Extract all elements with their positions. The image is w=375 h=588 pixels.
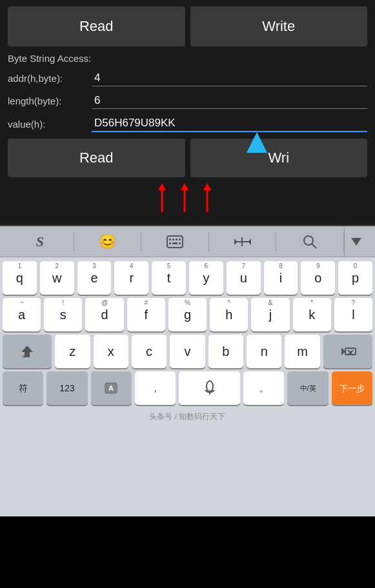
period-key[interactable]: 。	[243, 371, 284, 405]
next-step-key[interactable]: 下一步	[332, 371, 372, 405]
key-q[interactable]: 1q	[3, 261, 37, 295]
key-p[interactable]: 0p	[338, 261, 372, 295]
key-m[interactable]: m	[285, 335, 319, 368]
key-i[interactable]: 8i	[264, 261, 298, 295]
value-label: value(h):	[8, 119, 92, 130]
key-l[interactable]: ?l	[334, 298, 372, 331]
shift-key[interactable]: a	[3, 335, 52, 368]
key-k[interactable]: *k	[293, 298, 331, 331]
key-b[interactable]: b	[208, 335, 243, 368]
key-d[interactable]: @d	[85, 298, 123, 331]
svg-rect-11	[169, 242, 171, 244]
num-key[interactable]: 123	[46, 371, 87, 405]
emoji-icon[interactable]: 😊	[74, 226, 141, 257]
svg-rect-10	[179, 239, 181, 240]
svg-marker-1	[158, 183, 166, 190]
dropdown-button[interactable]	[344, 226, 369, 257]
key-s[interactable]: !s	[44, 298, 82, 331]
svg-marker-5	[203, 183, 211, 190]
cursor-move-icon[interactable]	[209, 226, 276, 257]
key-e[interactable]: 3e	[77, 261, 112, 295]
value-row: value(h):	[8, 115, 367, 132]
keys-area: 1q 2w 3e 4r 5t 6y 7u 8i 9o 0p ~a !s @d #…	[0, 257, 375, 407]
comma-key[interactable]: ,	[135, 371, 176, 405]
space-key[interactable]	[179, 371, 240, 405]
length-input[interactable]	[92, 93, 367, 109]
length-row: length(byte):	[8, 93, 367, 109]
value-input[interactable]	[92, 115, 367, 132]
key-x[interactable]: x	[94, 335, 128, 368]
keyboard-toolbar: S 😊	[0, 226, 375, 257]
length-label: length(byte):	[8, 95, 92, 106]
svg-rect-13	[179, 242, 181, 244]
read-button-top[interactable]: Read	[8, 6, 185, 46]
key-o[interactable]: 9o	[301, 261, 335, 295]
key-w[interactable]: 2w	[40, 261, 74, 295]
keyboard-section: S 😊	[0, 226, 375, 516]
section-label: Byte String Access:	[8, 53, 367, 64]
key-u[interactable]: 7u	[227, 261, 261, 295]
svg-rect-7	[169, 239, 171, 240]
key-c[interactable]: c	[132, 335, 167, 368]
swiftkey-icon[interactable]: S	[6, 226, 74, 257]
lang-key[interactable]: 中/英	[287, 371, 328, 405]
key-row-2: ~a !s @d #f %g ^h &j *k ?l	[3, 298, 372, 331]
svg-line-19	[312, 244, 316, 248]
svg-rect-8	[172, 239, 174, 240]
key-r[interactable]: 4r	[114, 261, 148, 295]
top-button-row: Read Write	[8, 6, 367, 46]
red-arrows-svg	[136, 180, 239, 215]
svg-marker-3	[181, 183, 188, 190]
key-j[interactable]: &j	[251, 298, 289, 331]
addr-input[interactable]	[92, 70, 367, 86]
write-button-bottom[interactable]: Wri	[190, 139, 368, 177]
svg-rect-9	[176, 239, 177, 240]
key-f[interactable]: #f	[127, 298, 165, 331]
svg-point-28	[207, 381, 213, 391]
chevron-down-icon	[351, 238, 361, 246]
caps-key[interactable]: A	[91, 371, 132, 405]
key-n[interactable]: n	[247, 335, 281, 368]
key-a[interactable]: ~a	[3, 298, 41, 331]
key-h[interactable]: ^h	[210, 298, 248, 331]
key-row-1: 1q 2w 3e 4r 5t 6y 7u 8i 9o 0p	[3, 261, 372, 295]
watermark: 头条号 / 知数码行天下	[0, 407, 375, 426]
backspace-key[interactable]	[323, 335, 372, 368]
svg-text:A: A	[108, 384, 114, 392]
arrows-area	[8, 177, 367, 216]
symbol-key[interactable]: 符	[3, 371, 43, 405]
key-g[interactable]: %g	[168, 298, 207, 331]
bottom-button-row: Read Wri	[8, 139, 367, 177]
read-button-bottom[interactable]: Read	[8, 139, 185, 177]
key-row-4: 符 123 A , 。 中/英 下一步	[3, 371, 372, 405]
key-row-3: a z x c v b n m	[3, 335, 372, 368]
key-y[interactable]: 6y	[189, 261, 223, 295]
svg-rect-12	[172, 242, 177, 244]
svg-text:a: a	[22, 353, 25, 358]
svg-marker-16	[248, 239, 251, 245]
key-t[interactable]: 5t	[152, 261, 186, 295]
key-z[interactable]: z	[55, 335, 90, 368]
addr-row: addr(h,byte):	[8, 70, 367, 86]
addr-label: addr(h,byte):	[8, 73, 92, 84]
svg-rect-23	[345, 348, 356, 355]
keyboard-icon[interactable]	[141, 226, 208, 257]
svg-point-18	[304, 236, 313, 245]
top-section: Read Write Byte String Access: addr(h,by…	[0, 0, 375, 226]
key-v[interactable]: v	[170, 335, 205, 368]
search-icon[interactable]	[276, 226, 343, 257]
write-button-top[interactable]: Write	[190, 6, 368, 46]
svg-rect-6	[167, 236, 183, 248]
